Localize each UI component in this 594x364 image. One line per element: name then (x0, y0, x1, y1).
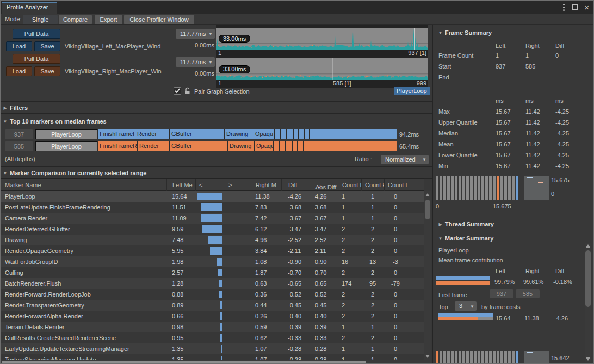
left-range-dropdown[interactable]: 117.77ms▼ (176, 29, 215, 39)
table-row[interactable]: WaitForJobGroupID1.981.08-0.900.901613-3 (1, 256, 424, 267)
marker-segment[interactable]: FinishFrameR (98, 129, 135, 139)
scroll-down-icon[interactable] (425, 355, 430, 358)
frame-histogram[interactable] (436, 176, 521, 200)
close-profiler-window-button[interactable]: Close Profiler Window (124, 15, 194, 24)
window-menu-icon[interactable] (562, 3, 565, 11)
column-header-count-r[interactable]: Count R (361, 179, 384, 191)
selected-marker-chip[interactable]: PlayerLoop (394, 87, 430, 95)
column-header->[interactable]: > (225, 179, 252, 191)
marker-segment-small[interactable] (275, 129, 280, 139)
marker-segment[interactable]: PlayerLoop (35, 129, 97, 139)
marker-segment-small[interactable] (280, 141, 285, 151)
column-header-count-l[interactable]: Count L (338, 179, 361, 191)
frame-summary-header[interactable]: ▼Frame Summary (436, 29, 492, 36)
marker-segment[interactable]: PlayerLoop (35, 141, 97, 151)
cell: 2.11 (311, 245, 338, 256)
marker-segment-small[interactable] (310, 129, 397, 139)
panel-scrollbar[interactable] (585, 243, 591, 362)
column-header-abs-diff[interactable]: Abs Diff▼ (311, 179, 338, 191)
table-row[interactable]: RenderForwardAlpha.Render0.660.26-0.400.… (1, 311, 424, 322)
marker-segment-small[interactable] (287, 129, 293, 139)
marker-segment-small[interactable] (293, 141, 297, 151)
column-header-left-me[interactable]: Left Me (166, 179, 195, 191)
profile-analyzer-window: Profile Analyzer × Mode: Single Compare … (0, 0, 594, 364)
ratio-dropdown[interactable]: Normalized▼ (381, 155, 429, 164)
column-header-<[interactable]: < (195, 179, 225, 191)
marker-segment-small[interactable] (305, 129, 309, 139)
mode-single-button[interactable]: Single (23, 15, 58, 24)
top10-section-header[interactable]: ▼Top 10 markers on median frames (1, 115, 432, 127)
table-row[interactable]: PostLateUpdate.FinishFrameRendering11.51… (1, 202, 424, 213)
scrollbar-thumb[interactable] (585, 250, 591, 307)
marker-segment[interactable]: Drawing (225, 129, 253, 139)
marker-segment-small[interactable] (304, 141, 397, 151)
table-row[interactable]: RenderDeferred.GBuffer9.596.12-3.473.472… (1, 224, 424, 235)
save-right-button[interactable]: Save (34, 66, 60, 76)
table-row[interactable]: Camera.Render11.097.42-3.673.67110 (1, 213, 424, 224)
export-button[interactable]: Export (95, 15, 122, 24)
stat-value: Median (438, 128, 458, 138)
scroll-up-icon[interactable] (425, 193, 430, 196)
table-row[interactable]: Render.OpaqueGeometry5.953.84-2.112.1122… (1, 245, 424, 256)
column-header-marker-name[interactable]: Marker Name (1, 179, 166, 191)
marker-comparison-header[interactable]: ▼Marker Comparison for currently selecte… (1, 166, 432, 179)
marker-segment[interactable]: Render (135, 129, 169, 139)
marker-segment-small[interactable] (286, 141, 292, 151)
filters-section-header[interactable]: ▶Filters (1, 101, 432, 114)
table-vertical-scrollbar[interactable] (424, 191, 431, 360)
load-left-button[interactable]: Load (6, 41, 32, 51)
column-header-count-d[interactable]: Count D (384, 179, 407, 191)
top-count-dropdown[interactable]: 3▼ (455, 301, 477, 311)
column-header-right-m[interactable]: Right M (252, 179, 281, 191)
right-range-dropdown[interactable]: 117.77ms▼ (176, 57, 215, 67)
marker-summary-header[interactable]: ▼Marker Summary (436, 235, 493, 242)
pull-data-right-button[interactable]: Pull Data (13, 54, 60, 64)
scrollbar-thumb[interactable] (2, 361, 366, 364)
table-row[interactable]: Drawing7.484.96-2.522.52220 (1, 235, 424, 245)
marker-segment[interactable]: Opaqu (255, 141, 273, 151)
marker-segment[interactable]: GBuffer (170, 129, 224, 139)
marker-segment[interactable]: Drawing (228, 141, 254, 151)
pull-data-left-button[interactable]: Pull Data (13, 29, 60, 39)
table-row[interactable]: BatchRenderer.Flush1.280.63-0.650.651749… (1, 278, 424, 289)
marker-segment-small[interactable] (281, 129, 286, 139)
first-frame-right-button[interactable]: 585 (516, 289, 540, 298)
table-row[interactable]: CullResults.CreateSharedRendererScene0.9… (1, 332, 424, 343)
marker-histogram[interactable] (436, 351, 521, 364)
frame-number-button[interactable]: 937 (5, 129, 33, 139)
table-row[interactable]: EarlyUpdate.UpdateTextureStreamingManage… (1, 343, 424, 354)
frame-number-button[interactable]: 585 (5, 141, 33, 151)
tab-profile-analyzer[interactable]: Profile Analyzer (2, 2, 57, 14)
marker-segment[interactable]: Render (138, 141, 169, 151)
maximize-icon[interactable] (572, 4, 578, 10)
close-icon[interactable]: × (584, 4, 589, 11)
marker-segment-small[interactable] (294, 129, 298, 139)
marker-segment-small[interactable] (299, 129, 304, 139)
table-row[interactable]: TextureStreamingManager.Update1.351.07-0… (1, 354, 424, 360)
marker-segment[interactable]: Opaqu (253, 129, 274, 139)
first-frame-left-button[interactable]: 937 (490, 289, 513, 298)
scrollbar-thumb[interactable] (425, 200, 430, 219)
pair-graph-selection-checkbox[interactable] (174, 87, 181, 95)
marker-segment[interactable]: GBuffer (170, 141, 227, 151)
scroll-down-icon[interactable] (586, 357, 590, 361)
save-left-button[interactable]: Save (34, 41, 60, 51)
table-horizontal-scrollbar[interactable] (1, 360, 431, 364)
table-row[interactable]: Culling2.571.87-0.700.70220 (1, 267, 424, 278)
table-row[interactable]: RenderForward.RenderLoopJob0.880.36-0.52… (1, 289, 424, 300)
marker-segment[interactable]: FinishFrameR (98, 141, 137, 151)
mode-compare-button[interactable]: Compare (59, 15, 92, 24)
mode-label: Mode: (5, 16, 22, 22)
marker-segment-small[interactable] (298, 141, 303, 151)
table-row[interactable]: Render.TransparentGeometry0.890.44-0.450… (1, 300, 424, 311)
marker-segment-small[interactable] (274, 141, 279, 151)
unlock-icon[interactable] (184, 87, 190, 96)
scroll-up-icon[interactable] (586, 244, 590, 248)
table-row[interactable]: Terrain.Details.Render0.980.59-0.390.391… (1, 322, 424, 332)
column-header-diff[interactable]: Diff (281, 179, 311, 191)
table-row[interactable]: PlayerLoop15.6411.38-4.264.26110 (1, 191, 424, 202)
right-frame-graph[interactable]: 33.00ms (216, 58, 428, 80)
left-frame-graph[interactable]: 33.00ms (216, 28, 428, 50)
thread-summary-header[interactable]: ▶Thread Summary (436, 221, 494, 227)
load-right-button[interactable]: Load (6, 66, 32, 76)
